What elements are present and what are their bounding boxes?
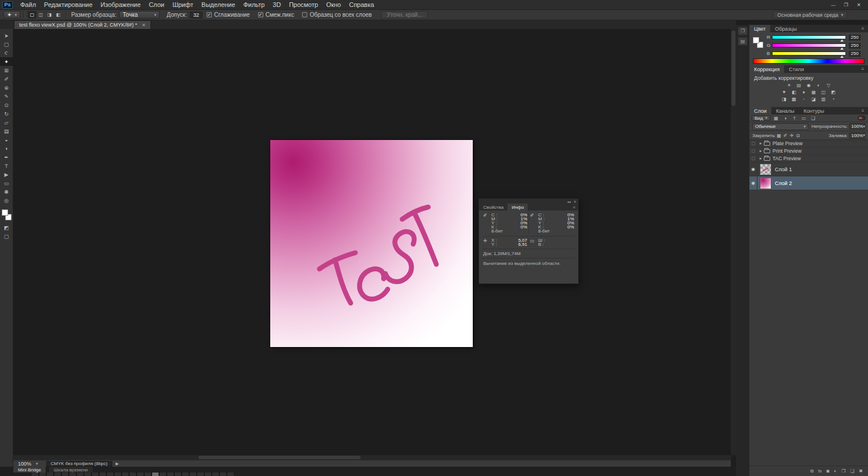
tool-preset-picker[interactable]: ✦ ▾ <box>3 11 20 19</box>
tab-paths[interactable]: Контуры <box>799 107 829 115</box>
document-tab[interactable]: test flexo viewX.psd @ 100% (Слой 2, CMY… <box>14 20 151 29</box>
panel-menu-icon[interactable]: ≡ <box>858 65 868 73</box>
adjustment-icon[interactable]: ▩ <box>790 96 798 102</box>
adjustment-icon[interactable]: ◧ <box>790 89 798 95</box>
tool-clone-stamp[interactable]: ⊙ <box>0 101 13 109</box>
adjustment-icon[interactable]: ◐ <box>815 82 822 88</box>
menu-view[interactable]: Просмотр <box>285 0 322 9</box>
tool-zoom[interactable]: ◎ <box>0 196 13 205</box>
close-icon[interactable]: ✕ <box>573 200 576 204</box>
visibility-toggle[interactable]: ◉ <box>749 176 757 190</box>
menu-select[interactable]: Выделение <box>197 0 239 9</box>
tab-styles[interactable]: Стили <box>784 65 808 73</box>
lock-position-icon[interactable]: ✛ <box>789 132 795 139</box>
document-canvas[interactable] <box>270 140 473 347</box>
lock-all-icon[interactable]: ◘ <box>795 132 801 139</box>
red-slider[interactable] <box>772 35 846 39</box>
layer-name[interactable]: Слой 2 <box>775 180 792 186</box>
collapsed-panel-icon[interactable]: ❐ <box>738 27 748 35</box>
horizontal-scrollbar[interactable] <box>13 455 731 460</box>
selection-new-icon[interactable]: ▢ <box>28 11 36 19</box>
visibility-toggle[interactable] <box>749 140 757 147</box>
filter-smart-object-icon[interactable]: ❏ <box>810 115 816 121</box>
foreground-background-swatches[interactable] <box>0 208 13 223</box>
filter-adjustment-layers-icon[interactable]: ◑ <box>782 115 789 121</box>
blue-value[interactable]: 250 <box>849 51 860 57</box>
vertical-scrollbar[interactable] <box>731 29 736 455</box>
new-group-icon[interactable]: ❒ <box>841 468 845 474</box>
layer-filter-toggle[interactable] <box>858 116 866 120</box>
layer-filter-kind-select[interactable]: Вид ▾ <box>752 115 770 121</box>
zoom-level[interactable]: 100% <box>13 461 36 467</box>
panel-menu-icon[interactable]: ≡ <box>570 204 578 211</box>
menu-help[interactable]: Справка <box>345 0 378 9</box>
tab-properties[interactable]: Свойства <box>479 204 507 211</box>
foreground-color-swatch[interactable] <box>2 209 8 216</box>
slider-thumb[interactable] <box>840 39 844 42</box>
filter-type-layers-icon[interactable]: T <box>791 115 798 121</box>
layer-row-selected[interactable]: ◉ Слой 2 <box>749 176 868 190</box>
layer-row[interactable]: ◉ Слой 1 <box>749 163 868 176</box>
document-profile-readout[interactable]: CMYK без профиля (8bpc) <box>46 461 112 467</box>
tool-pen[interactable]: ✒ <box>0 153 13 161</box>
timeline-frames-strip[interactable] <box>32 473 234 476</box>
layer-thumbnail[interactable] <box>760 164 771 175</box>
tool-rectangular-marquee[interactable]: ▢ <box>0 40 13 49</box>
adjustment-layer-icon[interactable]: ◐ <box>834 468 837 474</box>
menu-filter[interactable]: Фильтр <box>239 0 269 9</box>
tab-color[interactable]: Цвет <box>749 25 770 32</box>
adjustment-icon[interactable]: ☀ <box>785 82 793 88</box>
tool-healing-brush[interactable]: ⊕ <box>0 83 13 92</box>
visibility-toggle[interactable] <box>749 155 757 162</box>
adjustment-icon[interactable]: ▦ <box>810 89 818 95</box>
adjustment-icon[interactable]: ▤ <box>795 82 803 88</box>
adjustment-icon[interactable]: ▫ <box>800 96 808 102</box>
adjustment-icon[interactable]: ◔ <box>830 96 837 102</box>
antialias-checkbox[interactable]: ✓ Сглаживание <box>207 12 250 18</box>
color-swatch-stack[interactable] <box>753 37 766 50</box>
menu-type[interactable]: Шрифт <box>168 0 197 9</box>
collapsed-panel-icon[interactable]: ▤ <box>738 37 748 46</box>
adjustment-icon[interactable]: ◩ <box>830 89 837 95</box>
horizontal-scrollbar-thumb[interactable] <box>198 456 361 459</box>
tool-blur[interactable]: ◒ <box>0 135 13 144</box>
adjustment-icon[interactable]: ◉ <box>805 82 812 88</box>
tool-type[interactable]: T <box>0 161 13 170</box>
tool-history-brush[interactable]: ↻ <box>0 109 13 118</box>
slider-thumb[interactable] <box>840 47 844 50</box>
slider-thumb[interactable] <box>840 56 844 58</box>
contiguous-checkbox[interactable]: ✓ Смеж.пикс <box>258 12 295 18</box>
tab-adjustments[interactable]: Коррекция <box>749 65 784 73</box>
tab-info[interactable]: Инфо <box>507 204 528 211</box>
expand-triangle-icon[interactable]: ▸ <box>757 141 764 146</box>
selection-intersect-icon[interactable]: ◧ <box>54 11 62 19</box>
blend-mode-select[interactable]: Обычные ▾ <box>752 123 808 130</box>
adjustment-icon[interactable]: ♦ <box>800 89 808 95</box>
tool-eraser[interactable]: ▱ <box>0 118 13 127</box>
tool-lasso[interactable]: Ϛ <box>0 49 13 57</box>
status-options-icon[interactable]: ▶ <box>116 462 119 466</box>
layer-style-icon[interactable]: fx <box>818 468 822 474</box>
tool-dodge[interactable]: ◖ <box>0 144 13 153</box>
tab-close-icon[interactable]: ✕ <box>142 23 146 28</box>
foreground-color-swatch[interactable] <box>753 37 759 43</box>
opacity-input[interactable]: 100% ▾ <box>849 123 865 130</box>
filter-shape-layers-icon[interactable]: ▭ <box>800 115 807 121</box>
layer-thumbnail[interactable] <box>760 178 771 189</box>
adjustment-icon[interactable]: ◨ <box>781 96 788 102</box>
tool-gradient[interactable]: ▤ <box>0 127 13 135</box>
tab-layers[interactable]: Слои <box>749 107 771 115</box>
lock-pixels-icon[interactable]: ✐ <box>782 132 789 139</box>
green-value[interactable]: 250 <box>849 43 860 49</box>
link-layers-icon[interactable]: ⧉ <box>810 468 814 474</box>
color-spectrum-ramp[interactable] <box>753 58 865 64</box>
tool-move[interactable]: ➤ <box>0 31 13 40</box>
expand-triangle-icon[interactable]: ▸ <box>757 149 764 153</box>
minimize-icon[interactable]: — <box>827 1 840 9</box>
menu-image[interactable]: Изображение <box>97 0 145 9</box>
filter-pixel-layers-icon[interactable]: ▦ <box>773 115 779 121</box>
tolerance-input[interactable]: 32 <box>190 12 203 19</box>
layer-mask-icon[interactable]: ◙ <box>826 468 829 474</box>
visibility-toggle[interactable] <box>749 147 757 154</box>
tab-channels[interactable]: Каналы <box>771 107 799 115</box>
